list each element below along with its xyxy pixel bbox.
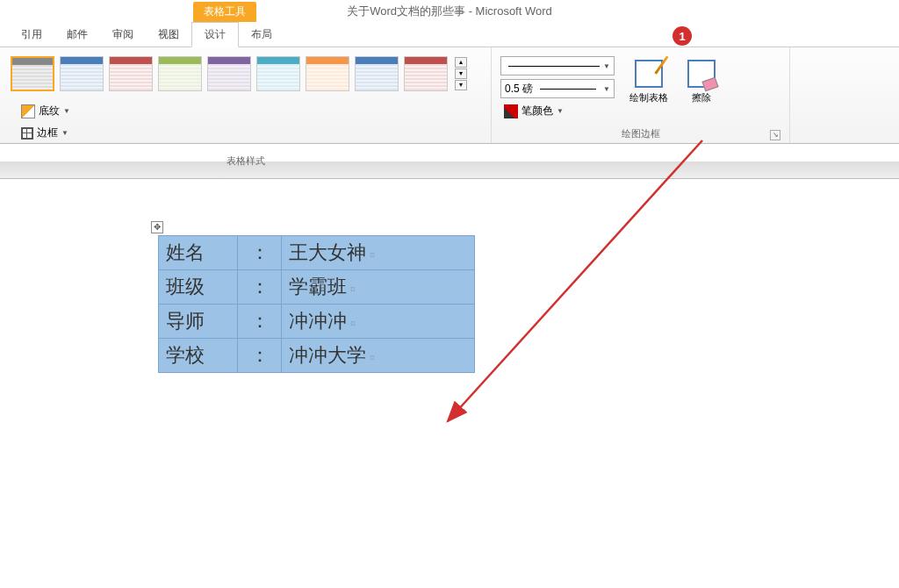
table-style-thumb-9[interactable] xyxy=(404,56,448,91)
cell-label[interactable]: 导师 xyxy=(159,305,238,339)
table-row: 学校 ： 冲冲大学¤ xyxy=(159,339,475,373)
draw-table-icon xyxy=(635,60,663,88)
annotation-badge-1: 1 xyxy=(672,26,692,46)
pen-color-icon xyxy=(504,104,518,118)
eraser-icon xyxy=(687,60,716,88)
cell-separator[interactable]: ： xyxy=(238,305,282,339)
shading-label: 底纹 xyxy=(39,104,60,118)
pen-color-label: 笔颜色 xyxy=(521,104,553,118)
chevron-down-icon: ▼ xyxy=(603,62,610,70)
tab-design[interactable]: 设计 xyxy=(191,22,239,47)
table-style-thumb-5[interactable] xyxy=(207,56,251,91)
document-area[interactable]: ✥ 姓名 ： 王大女神¤ 班级 ： 学霸班¤ 导师 ： 冲冲冲¤ 学校 ： 冲冲… xyxy=(0,179,899,373)
table-styles-group-label: 表格样式 xyxy=(7,153,484,169)
cell-label[interactable]: 班级 xyxy=(159,270,238,305)
cell-separator[interactable]: ： xyxy=(238,270,282,305)
line-weight-value: 0.5 磅 xyxy=(505,82,533,97)
tab-layout[interactable]: 布局 xyxy=(239,23,284,47)
group-draw-borders: ▼ 0.5 磅 ▼ 笔颜色 ▼ 绘制表格 xyxy=(492,47,790,143)
table-styles-gallery: ▴ ▾ ▾ 底纹 ▼ 边框 ▼ xyxy=(7,51,484,153)
tab-view[interactable]: 视图 xyxy=(146,23,191,47)
table-style-thumb-2[interactable] xyxy=(60,56,104,91)
table-row: 姓名 ： 王大女神¤ xyxy=(159,236,475,270)
ribbon-tabs: 引用 邮件 审阅 视图 设计 布局 xyxy=(0,23,899,47)
line-weight-preview xyxy=(540,89,596,90)
line-style-dropdown[interactable]: ▼ xyxy=(500,56,615,75)
cell-separator[interactable]: ： xyxy=(238,236,282,270)
cell-value[interactable]: 王大女神¤ xyxy=(282,236,475,270)
cell-value[interactable]: 冲冲冲¤ xyxy=(282,305,475,339)
borders-button[interactable]: 边框 ▼ xyxy=(18,124,74,142)
eraser-label: 擦除 xyxy=(692,91,711,104)
line-weight-dropdown[interactable]: 0.5 磅 ▼ xyxy=(500,79,615,98)
table-style-thumb-3[interactable] xyxy=(109,56,153,91)
shading-button[interactable]: 底纹 ▼ xyxy=(18,102,74,120)
table-style-thumb-7[interactable] xyxy=(306,56,349,91)
gallery-more-button[interactable]: ▾ xyxy=(455,80,467,90)
chevron-down-icon: ▼ xyxy=(61,129,68,137)
title-bar: 表格工具 关于Word文档的那些事 - Microsoft Word xyxy=(0,0,899,23)
group-table-styles: ▴ ▾ ▾ 底纹 ▼ 边框 ▼ 表格样式 xyxy=(0,47,492,143)
borders-label: 边框 xyxy=(37,125,58,140)
draw-borders-group-label: 绘图边框 ↘ xyxy=(499,125,782,142)
table-style-thumb-4[interactable] xyxy=(158,56,202,91)
tab-review[interactable]: 审阅 xyxy=(100,23,146,47)
table-style-thumb-1[interactable] xyxy=(11,56,54,91)
table-style-thumb-8[interactable] xyxy=(355,56,399,91)
gallery-scroll-up[interactable]: ▴ xyxy=(455,57,467,68)
chevron-down-icon: ▼ xyxy=(603,85,610,93)
window-title: 关于Word文档的那些事 - Microsoft Word xyxy=(347,4,552,19)
ribbon: ▴ ▾ ▾ 底纹 ▼ 边框 ▼ 表格样式 xyxy=(0,47,899,144)
draw-table-label: 绘制表格 xyxy=(629,91,668,104)
draw-table-button[interactable]: 绘制表格 xyxy=(625,56,672,120)
eraser-button[interactable]: 擦除 xyxy=(678,56,725,120)
gallery-scroll: ▴ ▾ ▾ xyxy=(453,56,469,91)
tab-references[interactable]: 引用 xyxy=(9,23,54,47)
cell-label[interactable]: 姓名 xyxy=(159,236,238,270)
table-row: 班级 ： 学霸班¤ xyxy=(159,270,475,305)
line-style-preview xyxy=(508,66,600,67)
dialog-launcher-icon[interactable]: ↘ xyxy=(770,130,780,140)
contextual-tab-group: 表格工具 xyxy=(193,2,256,22)
cell-value[interactable]: 学霸班¤ xyxy=(282,270,475,305)
pen-color-button[interactable]: 笔颜色 ▼ xyxy=(500,102,615,120)
chevron-down-icon: ▼ xyxy=(63,107,70,115)
tab-mailings[interactable]: 邮件 xyxy=(54,23,100,47)
table-move-handle[interactable]: ✥ xyxy=(151,221,163,233)
gallery-scroll-down[interactable]: ▾ xyxy=(455,68,467,79)
chevron-down-icon: ▼ xyxy=(557,107,564,115)
table-row: 导师 ： 冲冲冲¤ xyxy=(159,305,475,339)
table-style-thumb-6[interactable] xyxy=(256,56,300,91)
document-table[interactable]: 姓名 ： 王大女神¤ 班级 ： 学霸班¤ 导师 ： 冲冲冲¤ 学校 ： 冲冲大学… xyxy=(158,235,475,373)
borders-icon xyxy=(21,127,33,140)
cell-value[interactable]: 冲冲大学¤ xyxy=(282,339,475,373)
cell-label[interactable]: 学校 xyxy=(159,339,238,373)
paint-bucket-icon xyxy=(21,104,35,118)
cell-separator[interactable]: ： xyxy=(238,339,282,373)
